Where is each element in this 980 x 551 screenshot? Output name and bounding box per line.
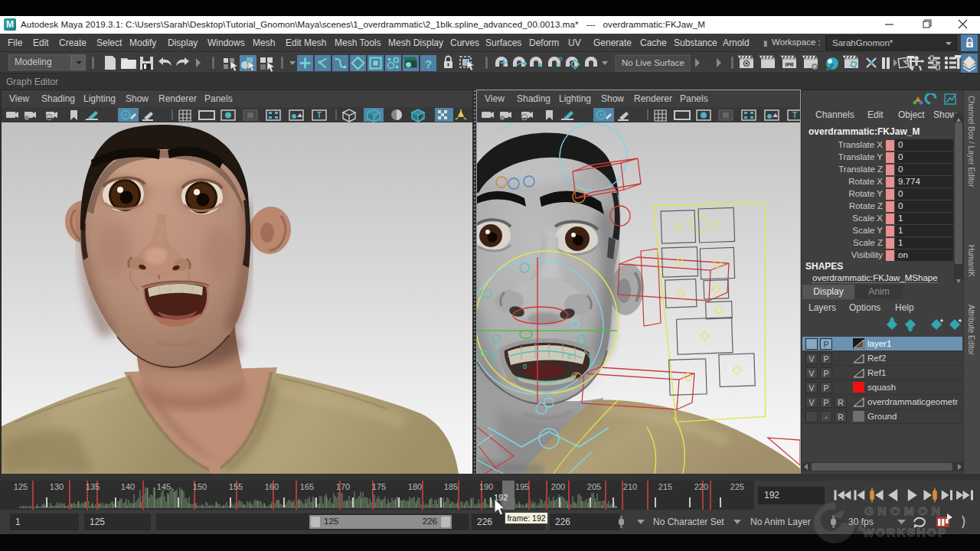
svg-text:175: 175 bbox=[372, 482, 386, 491]
svg-text:155: 155 bbox=[229, 482, 243, 491]
svg-text:125: 125 bbox=[14, 482, 28, 491]
svg-text:135: 135 bbox=[86, 482, 100, 491]
svg-text:150: 150 bbox=[193, 482, 207, 491]
svg-text:No Character Set: No Character Set bbox=[653, 517, 724, 527]
svg-text:GNOMON: GNOMON bbox=[864, 504, 944, 517]
svg-text:205: 205 bbox=[587, 482, 601, 491]
svg-text:145: 145 bbox=[157, 482, 171, 491]
svg-text:190: 190 bbox=[479, 482, 493, 491]
svg-text:165: 165 bbox=[300, 482, 314, 491]
svg-text:WORKSHOP: WORKSHOP bbox=[863, 526, 948, 539]
svg-text:215: 215 bbox=[658, 482, 672, 491]
svg-text:140: 140 bbox=[121, 482, 135, 491]
svg-text:170: 170 bbox=[336, 482, 350, 491]
svg-text:T: T bbox=[792, 111, 797, 119]
svg-text:195: 195 bbox=[515, 482, 529, 491]
svg-text:185: 185 bbox=[444, 482, 458, 491]
svg-text:No Anim Layer: No Anim Layer bbox=[750, 517, 811, 527]
svg-text:160: 160 bbox=[265, 482, 279, 491]
svg-text:0: 0 bbox=[489, 351, 493, 359]
svg-text:220: 220 bbox=[694, 482, 708, 491]
svg-text:T: T bbox=[317, 111, 322, 119]
svg-text:0: 0 bbox=[523, 363, 527, 370]
svg-text:200: 200 bbox=[551, 482, 565, 491]
svg-text:180: 180 bbox=[408, 482, 422, 491]
svg-text:225: 225 bbox=[730, 482, 744, 491]
svg-text:210: 210 bbox=[623, 482, 637, 491]
svg-text:130: 130 bbox=[50, 482, 64, 491]
